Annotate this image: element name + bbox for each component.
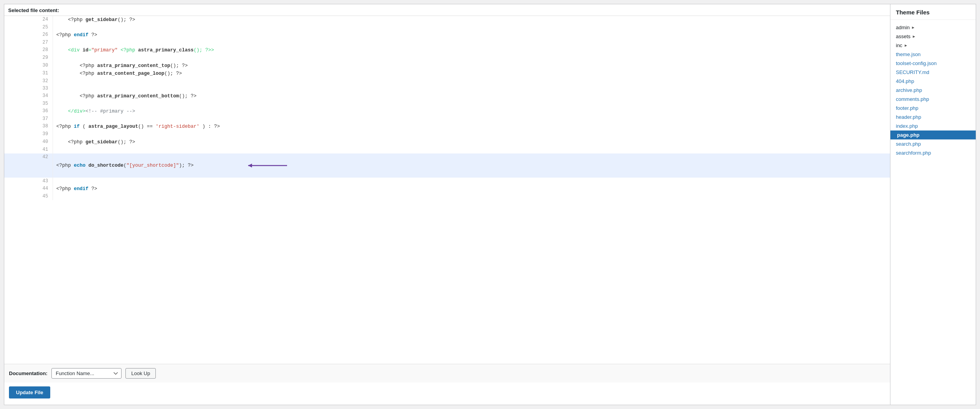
- line-number: 37: [4, 115, 53, 123]
- selected-file-label: Selected file content:: [4, 4, 890, 16]
- list-item: toolset-config.json: [890, 59, 976, 68]
- list-item: searchform.php: [890, 148, 976, 157]
- line-number: 26: [4, 31, 53, 39]
- table-row: 33: [4, 85, 890, 92]
- file-list: admin ► assets ► inc ► theme.json toolse…: [890, 20, 976, 405]
- line-content: [53, 100, 890, 108]
- file-header-php[interactable]: header.php: [896, 114, 970, 120]
- file-security-md[interactable]: SECURITY.md: [896, 69, 970, 75]
- line-number: 40: [4, 138, 53, 146]
- editor-panel: Selected file content: 24 <?php get_side…: [4, 4, 890, 405]
- line-content: <?php astra_primary_content_bottom(); ?>: [53, 92, 890, 100]
- line-number: 39: [4, 130, 53, 138]
- line-number: 34: [4, 92, 53, 100]
- documentation-label: Documentation:: [9, 370, 48, 376]
- table-row: 39: [4, 130, 890, 138]
- list-item: 404.php: [890, 77, 976, 86]
- line-content: <?php if ( astra_page_layout() == 'right…: [53, 123, 890, 130]
- folder-arrow-icon: ►: [912, 34, 916, 39]
- line-number: 35: [4, 100, 53, 108]
- line-content: <?php get_sidebar(); ?>: [53, 138, 890, 146]
- line-content: <?php get_sidebar(); ?>: [53, 16, 890, 24]
- line-number: 44: [4, 185, 53, 193]
- line-content: [53, 130, 890, 138]
- line-number: 29: [4, 54, 53, 62]
- update-file-container: Update File: [4, 383, 890, 405]
- folder-inc[interactable]: inc ►: [896, 42, 970, 48]
- line-number: 32: [4, 78, 53, 85]
- theme-files-title: Theme Files: [890, 4, 976, 20]
- line-content: <?php astra_content_page_loop(); ?>: [53, 70, 890, 78]
- list-item: search.php: [890, 139, 976, 148]
- list-item: comments.php: [890, 95, 976, 104]
- list-item: index.php: [890, 122, 976, 130]
- table-row: 30 <?php astra_primary_content_top(); ?>: [4, 62, 890, 70]
- function-name-select[interactable]: Function Name...: [51, 368, 122, 379]
- folder-assets[interactable]: assets ►: [896, 33, 970, 39]
- table-row: 43: [4, 178, 890, 185]
- line-content: [53, 78, 890, 85]
- folder-admin[interactable]: admin ►: [896, 25, 970, 30]
- line-number: 43: [4, 178, 53, 185]
- list-item: assets ►: [890, 32, 976, 41]
- table-row: 36 </div><!-- #primary -->: [4, 108, 890, 115]
- line-content: [53, 54, 890, 62]
- table-row: 26 <?php endif ?>: [4, 31, 890, 39]
- folder-arrow-icon: ►: [904, 43, 908, 48]
- file-archive-php[interactable]: archive.php: [896, 87, 970, 93]
- line-number: 36: [4, 108, 53, 115]
- list-item: SECURITY.md: [890, 68, 976, 77]
- list-item: admin ►: [890, 23, 976, 32]
- list-item: archive.php: [890, 86, 976, 95]
- line-number: 24: [4, 16, 53, 24]
- line-content: </div><!-- #primary -->: [53, 108, 890, 115]
- line-number: 31: [4, 70, 53, 78]
- line-content: <div id="primary" <?php astra_primary_cl…: [53, 46, 890, 54]
- table-row: 31 <?php astra_content_page_loop(); ?>: [4, 70, 890, 78]
- file-404-php[interactable]: 404.php: [896, 78, 970, 84]
- file-index-php[interactable]: index.php: [896, 123, 970, 129]
- table-row: 28 <div id="primary" <?php astra_primary…: [4, 46, 890, 54]
- table-row: 44 <?php endif ?>: [4, 185, 890, 193]
- list-item: inc ►: [890, 41, 976, 50]
- list-item-active: page.php: [890, 130, 976, 139]
- lookup-button[interactable]: Look Up: [125, 368, 156, 379]
- line-number: 33: [4, 85, 53, 92]
- table-row: 34 <?php astra_primary_content_bottom();…: [4, 92, 890, 100]
- code-editor[interactable]: 24 <?php get_sidebar(); ?> 25 26 <?php e…: [4, 16, 890, 364]
- line-number: 25: [4, 24, 53, 31]
- folder-arrow-icon: ►: [911, 25, 915, 30]
- theme-files-panel: Theme Files admin ► assets ► inc ► theme…: [890, 4, 976, 405]
- line-number: 38: [4, 123, 53, 130]
- update-file-button[interactable]: Update File: [9, 386, 50, 398]
- file-theme-json[interactable]: theme.json: [896, 51, 970, 57]
- file-searchform-php[interactable]: searchform.php: [896, 150, 970, 156]
- line-content: [53, 178, 890, 185]
- table-row: 29: [4, 54, 890, 62]
- file-page-php[interactable]: page.php: [897, 132, 970, 138]
- table-row: 45: [4, 193, 890, 200]
- table-row: 27: [4, 39, 890, 46]
- line-number: 42: [4, 153, 53, 178]
- line-number: 30: [4, 62, 53, 70]
- line-content: <?php endif ?>: [53, 185, 890, 193]
- table-row-highlighted: 42 <?php echo do_shortcode("[your_shortc…: [4, 153, 890, 178]
- table-row: 37: [4, 115, 890, 123]
- line-number: 41: [4, 146, 53, 153]
- line-content: [53, 39, 890, 46]
- file-search-php[interactable]: search.php: [896, 141, 970, 147]
- table-row: 41: [4, 146, 890, 153]
- line-content: [53, 146, 890, 153]
- line-content: <?php echo do_shortcode("[your_shortcode…: [53, 153, 890, 178]
- line-content: [53, 115, 890, 123]
- file-toolset-config-json[interactable]: toolset-config.json: [896, 60, 970, 66]
- table-row: 32: [4, 78, 890, 85]
- line-content: <?php astra_primary_content_top(); ?>: [53, 62, 890, 70]
- table-row: 38 <?php if ( astra_page_layout() == 'ri…: [4, 123, 890, 130]
- table-row: 35: [4, 100, 890, 108]
- file-footer-php[interactable]: footer.php: [896, 105, 970, 111]
- file-comments-php[interactable]: comments.php: [896, 96, 970, 102]
- line-number: 45: [4, 193, 53, 200]
- list-item: footer.php: [890, 104, 976, 113]
- list-item: header.php: [890, 113, 976, 122]
